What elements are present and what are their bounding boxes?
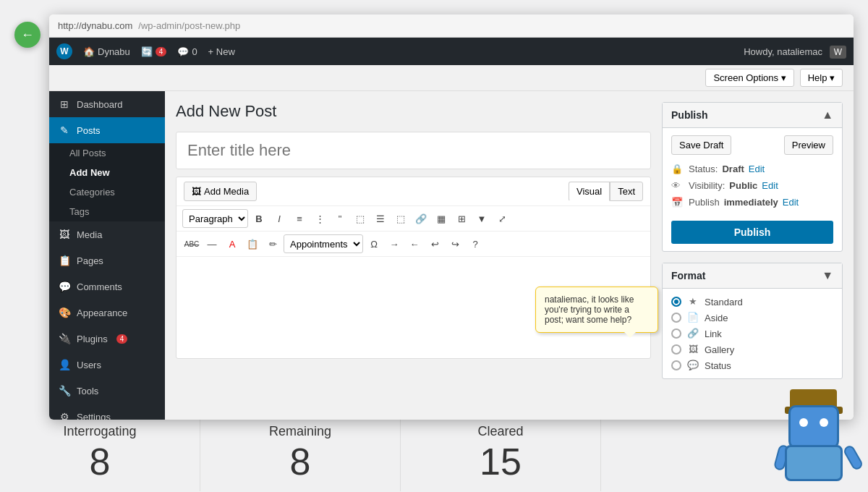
- post-title-input[interactable]: [176, 132, 651, 169]
- format-icon-link: 🔗: [687, 328, 699, 339]
- format-gallery[interactable]: 🖼 Gallery: [671, 344, 833, 355]
- format-radio-link[interactable]: [671, 328, 681, 339]
- redo-button[interactable]: ↪: [446, 234, 464, 253]
- fullscreen-button[interactable]: ⤢: [493, 209, 511, 228]
- tools-icon: 🔧: [58, 385, 71, 396]
- format-link[interactable]: 🔗 Link: [671, 328, 833, 339]
- url-path: /wp-admin/post-new.php: [138, 20, 240, 31]
- font-color-button[interactable]: A: [223, 234, 242, 253]
- editor-top-bar: 🖼 Add Media Visual Text: [176, 177, 650, 206]
- appearance-icon: 🎨: [58, 307, 71, 318]
- publish-box-header[interactable]: Publish ▲: [663, 103, 842, 128]
- blockquote-button[interactable]: ": [331, 209, 349, 228]
- admin-bar-comments[interactable]: 💬 0: [177, 46, 197, 57]
- screen-options-button[interactable]: Screen Options ▾: [705, 69, 793, 87]
- help-button[interactable]: Help ▾: [800, 69, 843, 87]
- sidebar-label-media: Media: [77, 229, 102, 240]
- sidebar-sub-all-posts[interactable]: All Posts: [49, 143, 165, 163]
- address-bar: http://dynabu.com /wp-admin/post-new.php: [49, 14, 854, 38]
- format-box-toggle[interactable]: ▼: [822, 269, 833, 282]
- toolbar-row-1: Paragraph B I ≡ ⋮ " ⬚ ☰ ⬚ 🔗 ▦: [176, 206, 650, 232]
- format-box-body: ★ Standard 📄 Aside 🔗: [663, 289, 842, 378]
- visibility-value: Public: [729, 180, 757, 191]
- stats-bar: Interrogating 8 Remaining 8 Cleared 15: [0, 412, 868, 492]
- sidebar-item-settings[interactable]: ⚙ Settings: [49, 404, 165, 420]
- visibility-edit-link[interactable]: Edit: [762, 180, 778, 191]
- preview-button[interactable]: Preview: [784, 135, 833, 155]
- remaining-value: 8: [211, 443, 389, 480]
- link-button[interactable]: 🔗: [412, 209, 430, 228]
- omega-button[interactable]: Ω: [365, 234, 383, 253]
- interrogating-stat: Interrogating 8: [0, 413, 200, 491]
- wp-logo[interactable]: W: [56, 43, 72, 59]
- italic-button[interactable]: I: [270, 209, 289, 228]
- format-box-header[interactable]: Format ▼: [663, 263, 842, 289]
- add-media-button[interactable]: 🖼 Add Media: [184, 182, 257, 201]
- sidebar-sub-add-new[interactable]: Add New: [49, 163, 165, 182]
- format-aside[interactable]: 📄 Aside: [671, 312, 833, 323]
- help-editor-button[interactable]: ?: [466, 234, 485, 253]
- sidebar-item-plugins[interactable]: 🔌 Plugins 4: [49, 326, 165, 352]
- publish-box-toggle[interactable]: ▲: [822, 109, 833, 122]
- sidebar-item-pages[interactable]: 📋 Pages: [49, 247, 165, 273]
- align-right-button[interactable]: ⬚: [391, 209, 410, 228]
- appointments-select[interactable]: Appointments: [284, 234, 363, 253]
- save-draft-button[interactable]: Save Draft: [671, 135, 731, 155]
- status-value: Draft: [722, 164, 744, 174]
- publish-actions: Save Draft Preview: [671, 135, 833, 155]
- admin-bar-updates[interactable]: 🔄 4: [141, 46, 167, 57]
- undo-button[interactable]: ↩: [425, 234, 444, 253]
- visual-tab[interactable]: Visual: [569, 182, 610, 201]
- format-standard[interactable]: ★ Standard: [671, 296, 833, 308]
- status-edit-link[interactable]: Edit: [749, 164, 765, 174]
- paragraph-select[interactable]: Paragraph: [182, 209, 248, 228]
- paste-button[interactable]: 📋: [243, 234, 262, 253]
- sidebar-item-appearance[interactable]: 🎨 Appearance: [49, 300, 165, 326]
- horizontal-rule-button[interactable]: —: [203, 234, 221, 253]
- table-button[interactable]: ▦: [432, 209, 451, 228]
- grid-button[interactable]: ⊞: [452, 209, 471, 228]
- back-button[interactable]: ←: [14, 22, 41, 48]
- format-label-aside: Aside: [705, 313, 728, 323]
- align-left-button[interactable]: ⬚: [351, 209, 370, 228]
- format-meta-box: Format ▼ ★ Standard: [662, 263, 843, 379]
- sidebar-sub-tags[interactable]: Tags: [49, 202, 165, 221]
- sidebar-item-posts[interactable]: ✎ Posts: [49, 117, 165, 143]
- sidebar-item-media[interactable]: 🖼 Media: [49, 221, 165, 247]
- format-radio-gallery[interactable]: [671, 344, 681, 355]
- sidebar-item-tools[interactable]: 🔧 Tools: [49, 378, 165, 404]
- screen-options-bar: Screen Options ▾ Help ▾: [49, 65, 854, 91]
- publish-time-edit-link[interactable]: Edit: [783, 197, 799, 208]
- publish-button[interactable]: Publish: [671, 221, 833, 244]
- admin-bar-site[interactable]: 🏠 Dynabu: [83, 46, 130, 57]
- indent-button[interactable]: →: [385, 234, 404, 253]
- bold-button[interactable]: B: [250, 209, 268, 228]
- status-icon: 🔒: [671, 164, 684, 174]
- sidebar-label-pages: Pages: [77, 255, 103, 266]
- format-radio-aside[interactable]: [671, 313, 681, 323]
- format-icon-status: 💬: [687, 360, 699, 371]
- eraser-button[interactable]: ✏: [263, 234, 282, 253]
- strikethrough-button[interactable]: ABC: [182, 234, 201, 253]
- align-center-button[interactable]: ☰: [371, 209, 390, 228]
- toolbar-toggle-button[interactable]: ▼: [472, 209, 491, 228]
- sidebar-item-comments[interactable]: 💬 Comments: [49, 273, 165, 300]
- sidebar-item-users[interactable]: 👤 Users: [49, 352, 165, 378]
- format-radio-status[interactable]: [671, 360, 681, 370]
- robot-body: [785, 445, 843, 481]
- admin-bar-new[interactable]: + New: [208, 46, 235, 57]
- unordered-list-button[interactable]: ≡: [290, 209, 309, 228]
- format-status[interactable]: 💬 Status: [671, 360, 833, 371]
- publish-meta-box: Publish ▲ Save Draft Preview 🔒 Status:: [662, 102, 843, 252]
- format-radio-standard[interactable]: [671, 297, 681, 307]
- interrogating-label: Interrogating: [11, 424, 189, 439]
- sidebar-sub-categories[interactable]: Categories: [49, 182, 165, 202]
- add-media-icon: 🖼: [192, 186, 201, 197]
- clippy-message: nataliemac, it looks like you're trying …: [545, 294, 634, 325]
- format-box-title: Format: [671, 270, 705, 281]
- outdent-button[interactable]: ←: [405, 234, 424, 253]
- ordered-list-button[interactable]: ⋮: [310, 209, 329, 228]
- text-tab[interactable]: Text: [610, 182, 643, 201]
- publish-time-label: Publish: [689, 197, 720, 208]
- sidebar-item-dashboard[interactable]: ⊞ Dashboard: [49, 91, 165, 117]
